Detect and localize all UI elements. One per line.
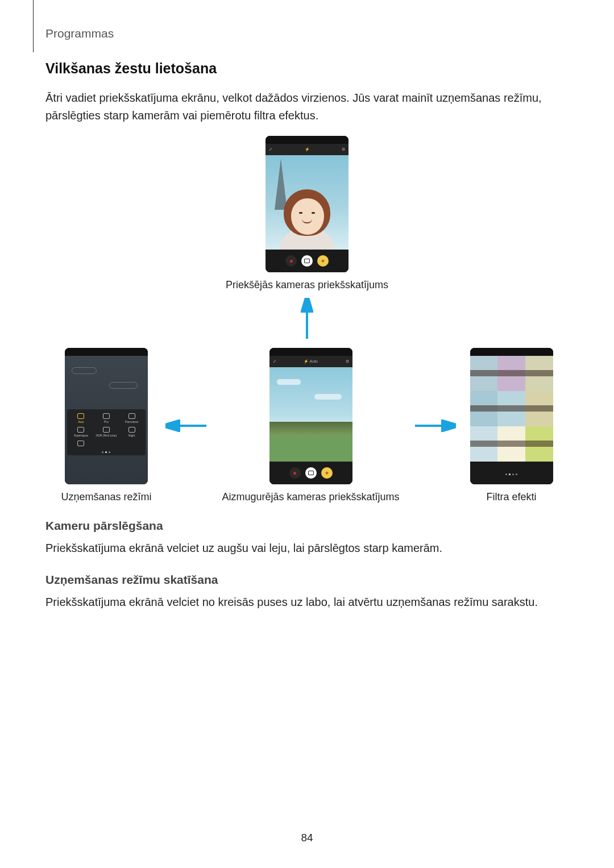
front-camera-preview: ⤢⚡⚙ (265, 136, 349, 272)
rear-camera-preview: ⤢⚡ Auto⚙ (269, 348, 352, 484)
gestures-diagram: ⤢⚡⚙ (45, 136, 569, 503)
front-caption: Priekšējās kameras priekšskatījums (226, 279, 388, 291)
shutter-button[interactable] (301, 255, 313, 267)
breadcrumb: Programmas (45, 27, 114, 40)
gear-icon: ⚙ (342, 147, 345, 152)
arrow-right-icon (414, 420, 456, 432)
filter-tile[interactable] (525, 356, 553, 391)
mode-item[interactable]: Hyperlapse (68, 425, 94, 439)
filter-tile[interactable] (470, 356, 498, 391)
filter-tile[interactable] (470, 426, 498, 462)
sub1-title: Kameru pārslēgšana (45, 519, 569, 533)
mode-item[interactable]: Panorama (119, 412, 144, 425)
mode-item[interactable]: Night (119, 425, 144, 439)
resize-icon: ⤢ (269, 147, 272, 152)
modes-caption: Uzņemšanas režīmi (61, 491, 151, 503)
gear-icon: ⚙ (346, 359, 349, 364)
filter-tile[interactable] (497, 356, 525, 391)
rear-caption: Aizmugurējās kameras priekšskatījums (222, 491, 399, 503)
effects-button[interactable] (321, 467, 333, 479)
page-number: 84 (0, 832, 614, 844)
selfie-face-illustration (284, 190, 330, 244)
filter-tile[interactable] (470, 391, 498, 426)
intro-paragraph: Ātri vadiet priekšskatījuma ekrānu, velk… (45, 89, 569, 124)
sub2-title: Uzņemšanas režīmu skatīšana (45, 573, 569, 587)
mode-item[interactable] (68, 439, 94, 449)
mode-panel: Auto Pro Panorama Hyperlapse HDR (Rich t… (67, 409, 146, 455)
filters-caption: Filtra efekti (487, 491, 537, 503)
mode-item[interactable]: Auto (68, 412, 94, 425)
arrow-left-icon (165, 420, 208, 432)
arrow-up-icon (301, 298, 313, 340)
mode-item[interactable]: HDR (Rich tone) (94, 425, 119, 439)
filter-effects-screen (470, 348, 553, 484)
mode-item[interactable]: Pro (94, 412, 119, 425)
filter-tile[interactable] (497, 391, 525, 426)
flash-icon: ⚡ Auto (304, 359, 318, 364)
shooting-modes-screen: Auto Pro Panorama Hyperlapse HDR (Rich t… (65, 348, 148, 484)
flash-icon: ⚡ (305, 147, 310, 152)
resize-icon: ⤢ (273, 359, 276, 364)
filter-tile[interactable] (497, 426, 525, 462)
record-button[interactable] (285, 255, 297, 267)
shutter-button[interactable] (305, 467, 317, 479)
sub2-body: Priekšskatījuma ekrānā velciet no kreisā… (45, 593, 569, 611)
effects-button[interactable] (317, 255, 329, 267)
filter-tile[interactable] (525, 391, 553, 426)
filter-tile[interactable] (525, 426, 553, 462)
sub1-body: Priekšskatījuma ekrānā velciet uz augšu … (45, 539, 569, 557)
section-title: Vilkšanas žestu lietošana (45, 60, 569, 77)
record-button[interactable] (289, 467, 301, 479)
